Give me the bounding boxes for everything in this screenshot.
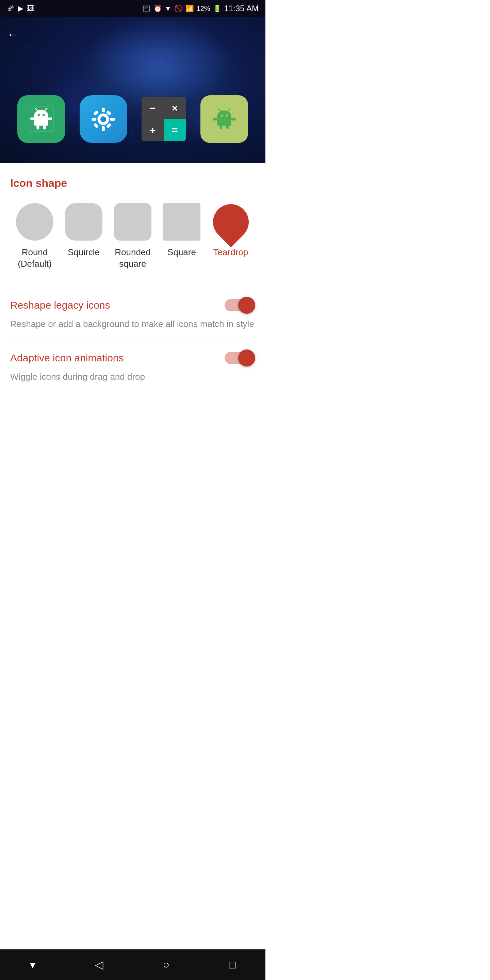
shape-teardrop-label: Teardrop (213, 247, 248, 258)
shape-squircle-preview (65, 203, 102, 240)
svg-rect-34 (231, 118, 236, 121)
svg-rect-6 (34, 117, 48, 126)
shape-square[interactable]: Square (163, 203, 200, 258)
adaptive-animations-toggle[interactable] (224, 350, 255, 366)
svg-rect-20 (110, 118, 115, 121)
svg-rect-24 (106, 110, 111, 115)
shape-rounded-square-preview (114, 203, 151, 240)
svg-line-9 (35, 108, 37, 110)
nyt-icon: 🗞 (7, 4, 14, 13)
nav-back[interactable]: ◁ (85, 955, 114, 975)
reshape-legacy-title: Reshape legacy icons (10, 299, 110, 311)
shape-teardrop[interactable]: Teardrop (212, 203, 250, 258)
nav-dropdown[interactable]: ▾ (20, 955, 46, 975)
status-bar: 🗞 ▶ 🖼 📳 ⏰ ▼ 🚫 📶 12% 🔋 11:35 AM (0, 0, 266, 17)
adaptive-animations-desc: Wiggle icons during drag and drop (10, 371, 255, 383)
signal-icon: 📶 (185, 5, 194, 13)
svg-rect-19 (92, 118, 97, 121)
shape-rounded-square[interactable]: Roundedsquare (114, 203, 151, 270)
video-icon: ▶ (18, 4, 24, 13)
svg-point-25 (217, 110, 231, 122)
app-icon-calculator: − × + = (142, 97, 186, 141)
shape-rounded-square-label: Roundedsquare (115, 247, 151, 270)
battery-icon: 🔋 (213, 5, 221, 13)
calc-equals: = (164, 119, 186, 141)
shape-squircle-label: Squircle (68, 247, 100, 258)
section-title: Icon shape (10, 177, 255, 189)
vibrate-icon: 📳 (142, 5, 151, 13)
svg-rect-13 (30, 118, 35, 120)
shape-round[interactable]: Round(Default) (16, 203, 53, 270)
calc-plus: + (142, 119, 164, 141)
svg-rect-11 (37, 125, 40, 130)
svg-rect-22 (106, 123, 111, 128)
status-left-icons: 🗞 ▶ 🖼 (7, 4, 34, 13)
svg-rect-21 (94, 110, 99, 115)
svg-rect-14 (48, 118, 52, 120)
svg-rect-23 (94, 123, 99, 128)
adaptive-animations-title: Adaptive icon animations (10, 352, 124, 364)
nav-recents[interactable]: □ (219, 955, 246, 975)
svg-point-7 (38, 114, 40, 116)
alarm-icon: ⏰ (153, 5, 162, 13)
shape-squircle[interactable]: Squircle (65, 203, 102, 258)
svg-rect-26 (217, 118, 231, 126)
preview-icons-row: − × + = (0, 95, 266, 143)
back-button[interactable]: ← (7, 27, 19, 41)
svg-point-16 (100, 116, 106, 122)
svg-rect-12 (43, 125, 46, 130)
app-icon-android (200, 95, 248, 143)
svg-rect-0 (29, 107, 53, 131)
shape-teardrop-preview (205, 197, 256, 247)
svg-point-27 (221, 115, 223, 116)
svg-point-28 (226, 115, 228, 116)
setting-reshape-legacy: Reshape legacy icons Reshape or add a ba… (10, 287, 255, 340)
svg-line-30 (228, 109, 230, 111)
no-sim-icon: 🚫 (174, 5, 183, 13)
setting-reshape-legacy-header: Reshape legacy icons (10, 297, 255, 314)
svg-line-29 (218, 109, 220, 111)
svg-rect-17 (102, 108, 105, 112)
app-icon-droid-dev (18, 95, 65, 143)
app-icon-settings (80, 95, 127, 143)
svg-rect-32 (226, 125, 229, 129)
status-right-icons: 📳 ⏰ ▼ 🚫 📶 12% 🔋 11:35 AM (142, 4, 259, 13)
hero-wallpaper: ← (0, 17, 266, 163)
svg-point-8 (43, 114, 45, 116)
main-content: Icon shape Round(Default) Squircle Round… (0, 163, 266, 950)
reshape-legacy-toggle[interactable] (224, 297, 255, 314)
shape-square-label: Square (167, 247, 196, 258)
svg-point-5 (34, 110, 48, 122)
bottom-nav: ▾ ◁ ○ □ (0, 950, 266, 980)
shape-square-preview (163, 203, 200, 240)
svg-point-15 (98, 113, 109, 125)
battery-label: 12% (197, 5, 210, 13)
calc-minus: − (142, 97, 164, 119)
calc-times: × (164, 97, 186, 119)
svg-line-10 (45, 108, 47, 110)
status-time: 11:35 AM (224, 4, 259, 13)
setting-adaptive-animations: Adaptive icon animations Wiggle icons du… (10, 340, 255, 392)
svg-rect-31 (220, 125, 222, 129)
image-icon: 🖼 (27, 4, 34, 13)
reshape-legacy-desc: Reshape or add a background to make all … (10, 318, 255, 330)
nav-home[interactable]: ○ (153, 955, 180, 975)
shapes-row: Round(Default) Squircle Roundedsquare Sq… (10, 203, 255, 270)
wifi-icon: ▼ (165, 5, 172, 13)
svg-rect-18 (102, 126, 105, 130)
reshape-legacy-thumb (238, 297, 255, 314)
shape-round-label: Round(Default) (18, 247, 52, 270)
adaptive-animations-thumb (238, 350, 255, 366)
svg-rect-33 (213, 118, 217, 121)
shape-round-preview (16, 203, 53, 240)
setting-adaptive-animations-header: Adaptive icon animations (10, 350, 255, 366)
